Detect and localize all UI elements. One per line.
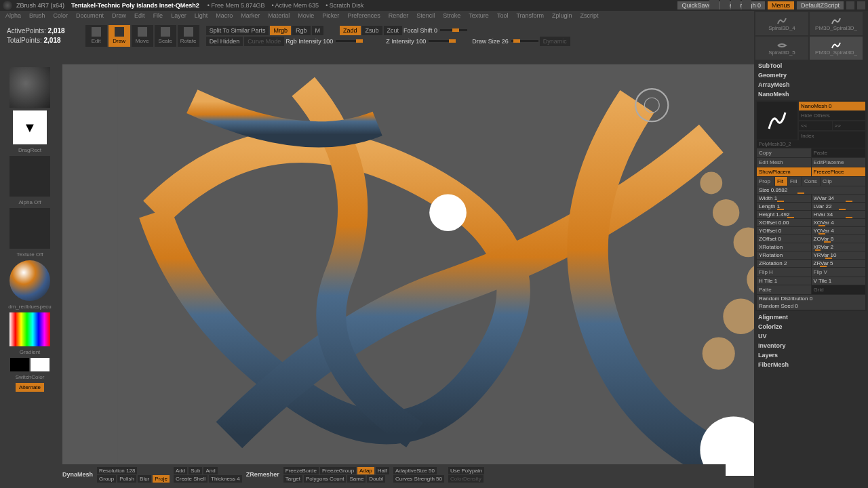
layout2-icon[interactable]	[857, 1, 865, 9]
color-white[interactable]	[31, 358, 50, 371]
menu-preferences[interactable]: Preferences	[347, 12, 380, 19]
switchcolor-label[interactable]: SwitchColor	[3, 374, 57, 380]
polycount-slider[interactable]: Polygons Count	[304, 475, 346, 483]
menu-stroke[interactable]: Stroke	[443, 12, 460, 19]
subtool-section[interactable]: SubTool	[754, 61, 868, 70]
alignment-section[interactable]: Alignment	[754, 312, 868, 322]
tool-spiral3d4[interactable]: Spiral3D_4	[755, 12, 808, 35]
material-sphere[interactable]	[9, 260, 50, 301]
menu-movie[interactable]: Movie	[298, 12, 314, 19]
flipv-button[interactable]: Flip V	[812, 268, 866, 277]
yrvar-slider[interactable]: YRVar 10	[812, 251, 866, 259]
freezeborder-button[interactable]: FreezeBorde	[283, 467, 319, 474]
same-button[interactable]: Same	[347, 475, 366, 483]
menu-zscript[interactable]: Zscript	[580, 12, 599, 19]
zoffset-slider[interactable]: ZOffset 0	[757, 235, 811, 243]
xrvar-slider[interactable]: XRVar 2	[812, 243, 866, 251]
menu-stencil[interactable]: Stencil	[416, 12, 435, 19]
index-button[interactable]: Index	[799, 131, 865, 140]
tool-pm3d-spiral[interactable]: PM3D_Spiral3D_	[810, 12, 863, 35]
vtile-slider[interactable]: V Tile 1	[812, 277, 866, 285]
resolution-slider[interactable]: Resolution 128	[97, 467, 137, 474]
nanomesh-name[interactable]: NanoMesh 0	[799, 102, 865, 110]
paste-button[interactable]: Paste	[812, 148, 866, 157]
menu-marker[interactable]: Marker	[241, 12, 260, 19]
menu-layer[interactable]: Layer	[171, 12, 186, 19]
menu-color[interactable]: Color	[54, 12, 68, 19]
scale-mode-button[interactable]: Scale	[155, 25, 176, 47]
alpha-thumb[interactable]	[9, 156, 50, 197]
menu-texture[interactable]: Texture	[469, 12, 489, 19]
menus-button[interactable]: Menus	[768, 1, 794, 9]
zsub-button[interactable]: Zsub	[362, 26, 382, 35]
del-hidden-button[interactable]: Del Hidden	[206, 37, 243, 46]
curves-strength-slider[interactable]: Curves Strength 50	[393, 475, 444, 483]
fliph-button[interactable]: Flip H	[757, 268, 811, 277]
default-script[interactable]: DefaultZScript	[797, 1, 844, 9]
color-picker[interactable]	[9, 312, 50, 346]
xrotation-slider[interactable]: XRotation	[757, 243, 811, 251]
wvar-slider[interactable]: WVar 34	[812, 195, 866, 202]
menu-edit[interactable]: Edit	[134, 12, 145, 19]
copy-button[interactable]: Copy	[757, 148, 811, 157]
target-button[interactable]: Target	[283, 475, 302, 483]
close-icon[interactable]	[742, 0, 751, 9]
m-button[interactable]: M	[312, 26, 324, 35]
adaptive-size-slider[interactable]: AdaptiveSize 50	[393, 467, 437, 474]
texture-thumb[interactable]	[9, 208, 50, 249]
zrvar-slider[interactable]: ZRVar 5	[812, 260, 866, 267]
length-slider[interactable]: Length 1	[757, 203, 811, 210]
random-dist-slider[interactable]: Random Distribution 0	[757, 295, 865, 302]
freezegroup-button[interactable]: FreezeGroup	[320, 467, 356, 474]
next-button[interactable]: >>	[833, 121, 866, 130]
half-button[interactable]: Half	[376, 467, 389, 474]
size-slider[interactable]: Size 0.8582	[757, 186, 865, 194]
hide-others-button[interactable]: Hide Others	[799, 111, 865, 120]
minimize-icon[interactable]	[720, 0, 730, 9]
dynamic-button[interactable]: Dynamic	[540, 37, 570, 46]
menu-file[interactable]: File	[153, 12, 163, 19]
and-button[interactable]: And	[203, 467, 217, 474]
split-parts-button[interactable]: Split To Similar Parts	[206, 26, 269, 35]
menu-document[interactable]: Document	[76, 12, 104, 19]
layers-section[interactable]: Layers	[754, 350, 868, 360]
brush-thumb[interactable]	[9, 67, 50, 108]
viewport[interactable]	[62, 64, 841, 476]
z-intensity-slider[interactable]: Z Intensity 100	[386, 38, 456, 45]
prop-button[interactable]: Prop	[757, 177, 774, 186]
maximize-icon[interactable]	[731, 0, 741, 9]
menu-brush[interactable]: Brush	[29, 12, 45, 19]
zrotation-slider[interactable]: ZRotation 2	[757, 260, 811, 267]
polish-button[interactable]: Polish	[117, 475, 136, 483]
grid-button[interactable]: Grid	[812, 285, 866, 294]
draw-size-slider[interactable]: Draw Size 26	[472, 38, 538, 45]
mrgb-button[interactable]: Mrgb	[270, 26, 291, 35]
cons-button[interactable]: Cons	[802, 177, 820, 186]
stroke-thumb[interactable]: ▼	[13, 110, 47, 144]
menu-draw[interactable]: Draw	[112, 12, 126, 19]
inventory-section[interactable]: Inventory	[754, 341, 868, 350]
double-button[interactable]: Doubl	[367, 475, 385, 483]
prev-button[interactable]: <<	[799, 121, 832, 130]
yoffset-slider[interactable]: YOffset 0	[757, 227, 811, 235]
lvar-slider[interactable]: LVar 22	[812, 203, 866, 210]
pattern-button[interactable]: Patte	[757, 285, 811, 294]
group-button[interactable]: Group	[97, 475, 116, 483]
alternate-button[interactable]: Alternate	[16, 383, 44, 392]
uv-section[interactable]: UV	[754, 331, 868, 341]
xovar-slider[interactable]: XOVar 4	[812, 219, 866, 226]
width-slider[interactable]: Width 1	[757, 195, 811, 202]
menu-material[interactable]: Material	[268, 12, 290, 19]
zadd-button[interactable]: Zadd	[340, 26, 361, 35]
hvar-slider[interactable]: HVar 34	[812, 211, 866, 218]
rotate-mode-button[interactable]: Rotate	[178, 25, 199, 47]
yrotation-slider[interactable]: YRotation	[757, 251, 811, 259]
thickness-slider[interactable]: Thickness 4	[209, 475, 242, 483]
menu-render[interactable]: Render	[389, 12, 409, 19]
rgb-intensity-slider[interactable]: Rgb Intensity 100	[285, 38, 363, 45]
menu-alpha[interactable]: Alpha	[5, 12, 21, 19]
clip-button[interactable]: Clip	[821, 177, 865, 186]
nanomesh-section[interactable]: NanoMesh	[754, 89, 868, 99]
blur-button[interactable]: Blur	[138, 475, 151, 483]
htile-slider[interactable]: H Tile 1	[757, 277, 811, 285]
